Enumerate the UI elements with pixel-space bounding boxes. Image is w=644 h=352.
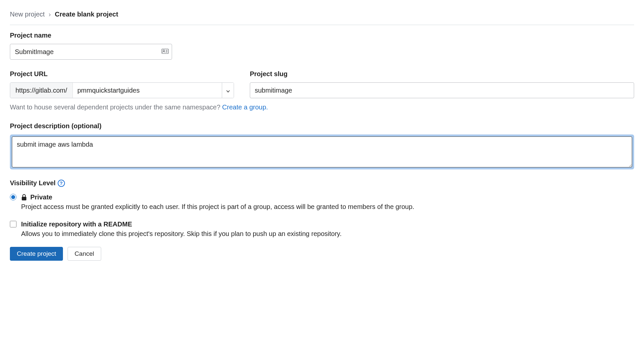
chevron-down-icon [226, 86, 230, 95]
breadcrumb: New project › Create blank project [10, 10, 634, 25]
project-description-focus-ring: submit image aws lambda [10, 134, 634, 169]
project-url-input-group: https://gitlab.com/ [10, 82, 234, 98]
project-url-label: Project URL [10, 70, 234, 78]
breadcrumb-separator: › [49, 10, 51, 19]
project-namespace-dropdown[interactable] [222, 83, 234, 98]
svg-point-1 [163, 50, 164, 51]
project-slug-label: Project slug [250, 70, 634, 78]
svg-rect-5 [22, 197, 26, 200]
project-url-prefix: https://gitlab.com/ [10, 83, 73, 98]
contact-card-icon [161, 47, 169, 56]
button-row: Create project Cancel [10, 247, 634, 261]
visibility-private-option[interactable]: Private Project access must be granted e… [10, 193, 634, 211]
create-project-button[interactable]: Create project [10, 247, 63, 261]
project-name-input[interactable] [10, 44, 172, 60]
visibility-private-radio[interactable] [10, 194, 16, 200]
cancel-button[interactable]: Cancel [68, 247, 101, 261]
project-url-row: Project URL https://gitlab.com/ Project … [10, 70, 634, 98]
project-slug-input[interactable] [250, 82, 634, 98]
visibility-private-description: Project access must be granted explicitl… [21, 202, 414, 211]
lock-icon [21, 194, 27, 201]
visibility-heading: Visibility Level ? [10, 179, 634, 188]
readme-option[interactable]: Initialize repository with a README Allo… [10, 220, 634, 238]
create-group-link[interactable]: Create a group. [222, 103, 268, 111]
visibility-private-title: Private [30, 193, 52, 202]
readme-checkbox[interactable] [10, 221, 16, 227]
readme-title: Initialize repository with a README [21, 220, 132, 229]
project-description-label: Project description (optional) [10, 122, 634, 131]
project-name-label: Project name [10, 31, 634, 40]
namespace-helper-text: Want to house several dependent projects… [10, 103, 634, 112]
visibility-label: Visibility Level [10, 179, 56, 188]
readme-description: Allows you to immediately clone this pro… [21, 229, 341, 238]
help-icon[interactable]: ? [58, 180, 65, 187]
breadcrumb-new-project[interactable]: New project [10, 10, 45, 19]
namespace-helper-text-content: Want to house several dependent projects… [10, 103, 222, 111]
breadcrumb-current: Create blank project [55, 10, 118, 19]
project-description-textarea[interactable]: submit image aws lambda [12, 136, 632, 167]
project-name-input-wrap [10, 44, 172, 60]
project-namespace-input[interactable] [73, 83, 222, 98]
